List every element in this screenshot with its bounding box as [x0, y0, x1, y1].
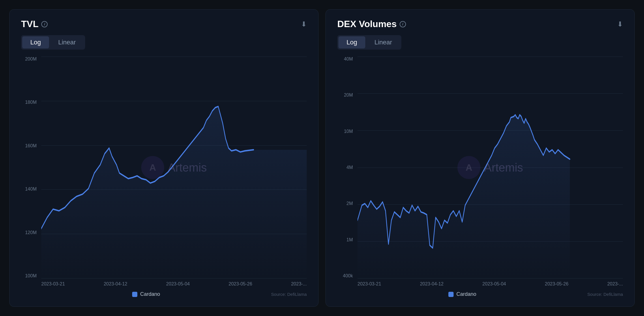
tvl-svg	[41, 57, 307, 279]
tvl-footer: Cardano Source: DefiLlama	[21, 291, 307, 297]
tvl-y-label-5: 200M	[21, 57, 37, 62]
dex-chart-inner: A Artemis	[357, 57, 623, 279]
tvl-title: TVL	[21, 19, 38, 29]
tvl-x-label-2: 2023-05-04	[166, 281, 190, 287]
dex-footer: Cardano Source: DefiLlama	[337, 291, 623, 297]
dex-x-label-2: 2023-05-04	[482, 281, 506, 287]
tvl-x-label-1: 2023-04-12	[104, 281, 127, 287]
dex-x-label-0: 2023-03-21	[357, 281, 381, 287]
dex-log-button[interactable]: Log	[338, 36, 365, 48]
dex-legend: Cardano	[337, 291, 587, 297]
tvl-log-button[interactable]: Log	[22, 36, 49, 48]
tvl-header: TVL i ⬇	[21, 19, 307, 29]
dex-y-label-2: 2M	[337, 201, 353, 206]
dex-svg	[357, 57, 623, 279]
tvl-info-icon[interactable]: i	[41, 21, 48, 27]
tvl-title-row: TVL i	[21, 19, 48, 29]
tvl-panel: TVL i ⬇ Log Linear 100M 120M 140M 160M 1…	[9, 9, 319, 307]
dex-y-label-0: 400k	[337, 273, 353, 279]
dex-download-icon[interactable]: ⬇	[617, 20, 623, 28]
tvl-x-label-3: 2023-05-26	[229, 281, 252, 287]
tvl-y-label-4: 180M	[21, 100, 37, 105]
dex-legend-color	[448, 292, 454, 297]
tvl-y-label-1: 120M	[21, 230, 37, 235]
tvl-y-label-0: 100M	[21, 273, 37, 279]
tvl-linear-button[interactable]: Linear	[50, 36, 84, 48]
dex-y-label-1: 1M	[337, 237, 353, 242]
dex-x-axis: 2023-03-21 2023-04-12 2023-05-04 2023-05…	[337, 279, 623, 287]
dex-toggle-group: Log Linear	[337, 35, 401, 50]
dex-y-label-3: 4M	[337, 165, 353, 170]
dex-y-axis: 400k 1M 2M 4M 10M 20M 40M	[337, 57, 357, 279]
tvl-x-axis: 2023-03-21 2023-04-12 2023-05-04 2023-05…	[21, 279, 307, 287]
charts-container: TVL i ⬇ Log Linear 100M 120M 140M 160M 1…	[0, 0, 644, 316]
tvl-x-label-0: 2023-03-21	[41, 281, 65, 287]
dex-y-label-5: 20M	[337, 93, 353, 98]
dex-y-label-4: 10M	[337, 129, 353, 134]
dex-linear-button[interactable]: Linear	[366, 36, 400, 48]
tvl-x-label-4: 2023-...	[291, 281, 307, 287]
dex-panel: DEX Volumes i ⬇ Log Linear 400k 1M 2M 4M…	[325, 9, 635, 307]
dex-x-label-4: 2023-...	[607, 281, 623, 287]
dex-x-label-1: 2023-04-12	[420, 281, 443, 287]
dex-title-row: DEX Volumes i	[337, 19, 406, 29]
tvl-source: Source: DefiLlama	[271, 292, 307, 297]
dex-source: Source: DefiLlama	[587, 292, 623, 297]
dex-chart-area: 400k 1M 2M 4M 10M 20M 40M	[337, 57, 623, 279]
tvl-y-axis: 100M 120M 140M 160M 180M 200M	[21, 57, 41, 279]
dex-legend-label: Cardano	[456, 291, 476, 297]
tvl-chart-area: 100M 120M 140M 160M 180M 200M	[21, 57, 307, 279]
tvl-legend-label: Cardano	[140, 291, 160, 297]
dex-info-icon[interactable]: i	[400, 21, 406, 27]
dex-title: DEX Volumes	[337, 19, 397, 29]
tvl-chart-inner: A Artemis	[41, 57, 307, 279]
dex-x-label-3: 2023-05-26	[545, 281, 568, 287]
tvl-download-icon[interactable]: ⬇	[301, 20, 307, 28]
dex-y-label-6: 40M	[337, 57, 353, 62]
tvl-legend-color	[132, 292, 137, 297]
tvl-legend: Cardano	[21, 291, 271, 297]
tvl-y-label-2: 140M	[21, 187, 37, 192]
tvl-toggle-group: Log Linear	[21, 35, 85, 50]
dex-header: DEX Volumes i ⬇	[337, 19, 623, 29]
tvl-y-label-3: 160M	[21, 143, 37, 148]
